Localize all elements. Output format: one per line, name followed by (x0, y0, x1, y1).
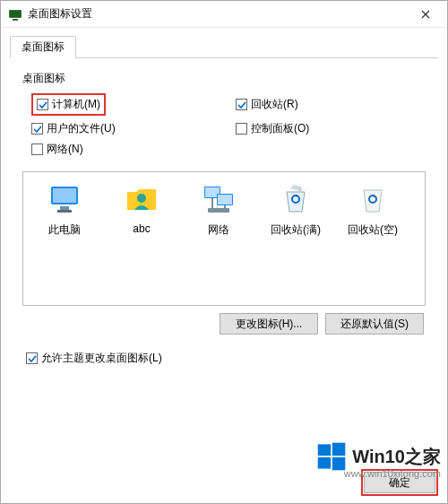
checkbox-label: 控制面板(O) (251, 121, 309, 136)
check-icon (33, 125, 42, 134)
checkbox-label: 允许主题更改桌面图标(L) (41, 351, 162, 366)
tab-bar: 桌面图标 (1, 28, 447, 57)
close-icon (421, 10, 430, 19)
checkbox-box (31, 143, 43, 155)
icon-label: 回收站(空) (337, 222, 409, 238)
footer-buttons: 确定 (10, 462, 438, 496)
icon-item-this-pc[interactable]: 此电脑 (29, 181, 100, 296)
icon-item-user[interactable]: abc (106, 181, 177, 296)
group-label: 桌面图标 (22, 71, 426, 86)
checkbox-label: 用户的文件(U) (47, 121, 116, 136)
checkbox-recycle[interactable]: 回收站(R) (236, 93, 422, 116)
checkbox-label: 网络(N) (47, 142, 83, 157)
checkbox-network[interactable]: 网络(N) (31, 142, 218, 157)
svg-rect-5 (60, 206, 69, 210)
titlebar: 桌面图标设置 (1, 1, 447, 28)
change-icon-button[interactable]: 更改图标(H)... (220, 313, 318, 335)
highlight-ok: 确定 (361, 469, 438, 496)
checkbox-box (26, 352, 38, 364)
ok-button[interactable]: 确定 (364, 472, 435, 493)
check-icon (39, 100, 47, 109)
restore-default-button[interactable]: 还原默认值(S) (325, 313, 424, 335)
checkbox-control[interactable]: 控制面板(O) (236, 121, 422, 136)
window-title: 桌面图标设置 (28, 6, 408, 22)
svg-rect-4 (53, 188, 76, 203)
checkbox-grid: 计算机(M) 回收站(R) 用户的文件(U) (22, 90, 426, 166)
svg-rect-2 (13, 19, 18, 21)
checkbox-allow-theme[interactable]: 允许主题更改桌面图标(L) (26, 351, 422, 366)
checkbox-box (236, 123, 247, 135)
close-button[interactable] (408, 2, 444, 27)
checkbox-computer[interactable]: 计算机(M) (37, 97, 100, 112)
tab-panel: 桌面图标 计算机(M) 回收站(R) (10, 57, 438, 462)
recycle-empty-icon (355, 181, 391, 217)
svg-point-7 (137, 194, 146, 203)
svg-rect-12 (208, 208, 229, 213)
highlight-computer: 计算机(M) (31, 93, 106, 116)
desktop-icon-settings-window: 桌面图标设置 桌面图标 桌面图标 计算机(M) (0, 0, 448, 504)
svg-rect-6 (57, 210, 72, 213)
icon-label: 回收站(满) (260, 222, 332, 238)
checkbox-userdocs[interactable]: 用户的文件(U) (31, 121, 218, 136)
icon-item-network[interactable]: 网络 (183, 181, 254, 296)
icon-button-row: 更改图标(H)... 还原默认值(S) (22, 306, 426, 342)
icon-item-recycle-full[interactable]: 回收站(满) (260, 181, 332, 296)
icon-label: 此电脑 (29, 222, 100, 238)
svg-rect-11 (218, 195, 232, 204)
checkbox-box (236, 99, 247, 110)
network-icon (201, 181, 237, 217)
checkbox-box (31, 123, 43, 135)
icon-label: 网络 (183, 222, 254, 238)
checkbox-label: 计算机(M) (52, 97, 100, 112)
checkbox-label: 回收站(R) (251, 97, 298, 112)
monitor-icon (47, 181, 82, 217)
tab-desktop-icons[interactable]: 桌面图标 (10, 36, 76, 58)
app-icon (8, 7, 22, 22)
folder-user-icon (124, 181, 159, 217)
check-icon (28, 354, 37, 363)
icon-preview-box: 此电脑 abc 网络 回收站(满) (22, 171, 426, 306)
icon-label: abc (106, 222, 177, 235)
check-icon (237, 100, 246, 109)
icon-item-recycle-empty[interactable]: 回收站(空) (337, 181, 409, 296)
svg-rect-1 (10, 11, 21, 17)
checkbox-box (37, 99, 48, 110)
recycle-full-icon (278, 181, 314, 217)
